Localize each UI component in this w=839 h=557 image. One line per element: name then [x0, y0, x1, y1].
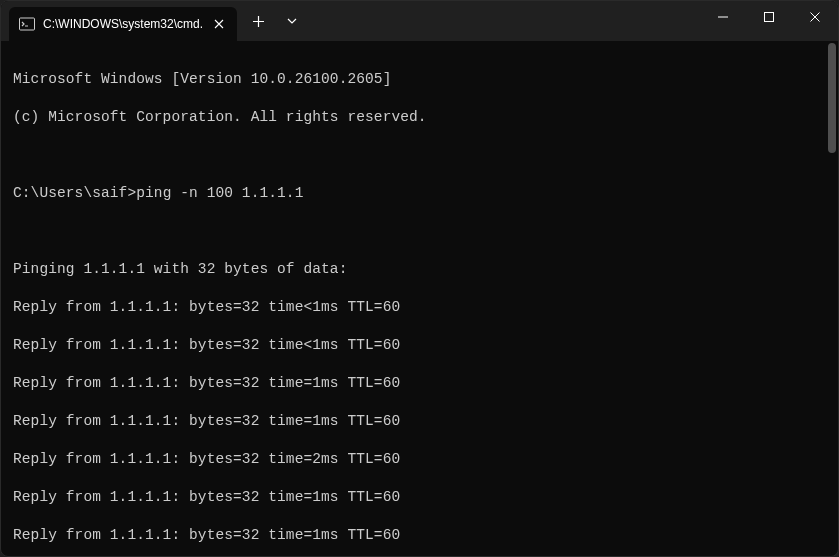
- terminal-output[interactable]: Microsoft Windows [Version 10.0.26100.26…: [1, 41, 838, 557]
- tab-dropdown-button[interactable]: [275, 5, 309, 37]
- svg-rect-0: [20, 18, 35, 30]
- maximize-button[interactable]: [746, 1, 792, 33]
- active-tab[interactable]: C:\WINDOWS\system32\cmd.: [9, 7, 237, 41]
- tab-close-button[interactable]: [211, 16, 227, 32]
- terminal-window: C:\WINDOWS\system32\cmd.: [0, 0, 839, 557]
- ping-reply: Reply from 1.1.1.1: bytes=32 time=2ms TT…: [13, 450, 826, 469]
- new-tab-button[interactable]: [241, 5, 275, 37]
- close-button[interactable]: [792, 1, 838, 33]
- titlebar: C:\WINDOWS\system32\cmd.: [1, 1, 838, 41]
- scrollbar-thumb[interactable]: [828, 43, 836, 153]
- ping-reply: Reply from 1.1.1.1: bytes=32 time=1ms TT…: [13, 374, 826, 393]
- prompt-path: C:\Users\saif>: [13, 185, 136, 201]
- cmd-icon: [19, 16, 35, 32]
- banner-line: (c) Microsoft Corporation. All rights re…: [13, 108, 826, 127]
- ping-reply: Reply from 1.1.1.1: bytes=32 time=1ms TT…: [13, 526, 826, 545]
- prompt-line: C:\Users\saif>ping -n 100 1.1.1.1: [13, 184, 826, 203]
- ping-header: Pinging 1.1.1.1 with 32 bytes of data:: [13, 260, 826, 279]
- tab-actions: [237, 1, 309, 41]
- window-controls: [700, 1, 838, 33]
- ping-reply: Reply from 1.1.1.1: bytes=32 time=1ms TT…: [13, 412, 826, 431]
- blank-line: [13, 222, 826, 241]
- minimize-button[interactable]: [700, 1, 746, 33]
- ping-reply: Reply from 1.1.1.1: bytes=32 time<1ms TT…: [13, 298, 826, 317]
- tab-title: C:\WINDOWS\system32\cmd.: [43, 17, 203, 31]
- blank-line: [13, 146, 826, 165]
- ping-reply: Reply from 1.1.1.1: bytes=32 time<1ms TT…: [13, 336, 826, 355]
- svg-rect-3: [765, 13, 774, 22]
- ping-reply: Reply from 1.1.1.1: bytes=32 time=1ms TT…: [13, 488, 826, 507]
- entered-command: ping -n 100 1.1.1.1: [136, 185, 303, 201]
- banner-line: Microsoft Windows [Version 10.0.26100.26…: [13, 70, 826, 89]
